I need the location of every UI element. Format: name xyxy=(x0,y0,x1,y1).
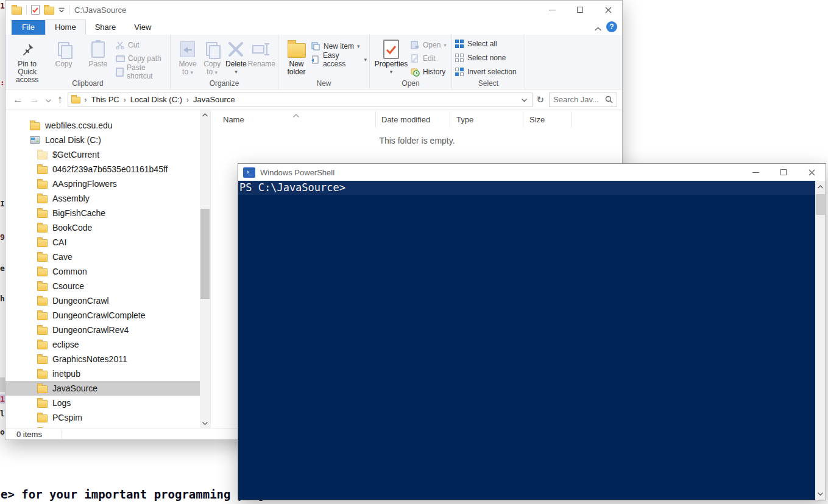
dropdown-caret-icon: ▾ xyxy=(444,42,447,48)
select-all-icon xyxy=(455,39,464,49)
delete-x-icon xyxy=(228,38,244,60)
breadcrumb-this-pc[interactable]: This PC xyxy=(91,95,119,104)
column-header-size[interactable]: Size xyxy=(523,111,571,127)
refresh-button[interactable]: ↻ xyxy=(536,94,544,105)
tree-item-bookcode[interactable]: BookCode xyxy=(5,220,210,235)
properties-button[interactable]: Properties ▾ xyxy=(372,37,410,76)
column-header-name[interactable]: Name xyxy=(211,111,376,127)
tab-home[interactable]: Home xyxy=(45,19,86,35)
up-button[interactable]: ↑ xyxy=(57,94,63,106)
quick-access-customize-icon[interactable] xyxy=(58,4,65,15)
tree-item-bigfishcache[interactable]: BigFishCache xyxy=(5,206,210,220)
paste-shortcut-button[interactable]: Paste shortcut xyxy=(115,66,168,77)
copy-to-button[interactable]: Copy to ▾ xyxy=(200,37,224,77)
tree-item-pcspim[interactable]: PCspim xyxy=(5,410,210,425)
quick-access-newfolder-icon[interactable] xyxy=(44,7,54,15)
powershell-titlebar[interactable]: ›_ Windows PowerShell xyxy=(238,164,826,181)
paste-button[interactable]: Paste xyxy=(81,37,115,68)
move-to-button[interactable]: Move to ▾ xyxy=(175,37,200,77)
tree-item-common[interactable]: Common xyxy=(5,264,210,279)
history-button[interactable]: History xyxy=(410,66,447,77)
tab-file[interactable]: File xyxy=(12,20,45,35)
delete-button[interactable]: Delete ▾ xyxy=(224,37,247,76)
group-label-open: Open xyxy=(370,79,451,88)
address-bar[interactable]: › This PC › Local Disk (C:) › JavaSource xyxy=(68,93,533,107)
breadcrumb-separator-icon: › xyxy=(124,96,126,104)
scroll-down-icon[interactable] xyxy=(815,489,826,499)
help-button[interactable]: ? xyxy=(606,21,617,32)
tree-item-aaspringflowers[interactable]: AAspringFlowers xyxy=(5,177,210,191)
tree-item-csource[interactable]: Csource xyxy=(5,279,210,293)
tree-item-cave[interactable]: Cave xyxy=(5,250,210,264)
explorer-titlebar[interactable]: C:\JavaSource xyxy=(5,1,622,19)
tree-item-cai[interactable]: CAI xyxy=(5,235,210,250)
open-button[interactable]: Open ▾ xyxy=(410,40,447,51)
pushpin-icon xyxy=(20,38,35,60)
edit-button[interactable]: Edit xyxy=(410,53,447,64)
tree-item-logs[interactable]: Logs xyxy=(5,396,210,410)
tree-item-0462[interactable]: 0462f239a7b6535e01161b45ff xyxy=(5,162,210,177)
folder-icon xyxy=(37,239,48,247)
maximize-icon xyxy=(577,7,583,13)
search-box[interactable]: Search Jav... xyxy=(549,93,617,107)
quick-access-properties-icon[interactable] xyxy=(31,5,40,15)
rename-icon xyxy=(252,38,271,60)
tab-view[interactable]: View xyxy=(125,20,160,35)
breadcrumb-javasource[interactable]: JavaSource xyxy=(193,95,235,104)
separator xyxy=(69,5,69,15)
tree-item-webfiles[interactable]: webfiles.ccsu.edu xyxy=(5,118,210,133)
scroll-down-icon[interactable] xyxy=(200,419,210,428)
pin-to-quick-access-button[interactable]: Pin to Quick access xyxy=(8,37,46,84)
new-folder-button[interactable]: New folder xyxy=(282,37,311,76)
tree-item-dungeoncrawl[interactable]: DungeonCrawl xyxy=(5,293,210,308)
select-all-button[interactable]: Select all xyxy=(455,38,517,49)
back-button[interactable]: ← xyxy=(13,94,23,106)
tree-item-graphicsnotes2011[interactable]: GraphicsNotes2011 xyxy=(5,352,210,366)
folder-icon xyxy=(37,298,48,306)
maximize-button[interactable] xyxy=(566,1,594,19)
tree-scrollbar-thumb[interactable] xyxy=(200,209,210,299)
tree-item-dungeoncrawlcomplete[interactable]: DungeonCrawlComplete xyxy=(5,308,210,323)
tree-item-local-disk[interactable]: Local Disk (C:) xyxy=(5,133,210,147)
invert-selection-button[interactable]: Invert selection xyxy=(455,66,517,77)
tab-share[interactable]: Share xyxy=(86,20,126,35)
folder-icon xyxy=(37,371,48,379)
navigation-bar: ← → ↑ › This PC › Local Disk (C:) › Java… xyxy=(5,89,622,110)
close-button[interactable] xyxy=(594,1,622,19)
copy-button[interactable]: Copy xyxy=(46,37,80,68)
scroll-up-icon[interactable] xyxy=(200,110,210,119)
recent-locations-button[interactable] xyxy=(46,94,51,105)
copy-path-button[interactable]: Copy path xyxy=(115,53,168,64)
select-none-button[interactable]: Select none xyxy=(455,52,517,63)
open-icon xyxy=(410,40,420,50)
cut-button[interactable]: Cut xyxy=(115,40,168,51)
group-label-select: Select xyxy=(452,79,525,88)
close-button[interactable] xyxy=(798,164,826,181)
forward-button[interactable]: → xyxy=(29,94,40,106)
console-scrollbar[interactable] xyxy=(815,181,826,500)
powershell-console[interactable]: PS C:\JavaSource> xyxy=(238,181,826,500)
tree-scrollbar[interactable] xyxy=(200,110,210,428)
ribbon-group-open: Properties ▾ Open ▾ E xyxy=(369,35,451,89)
minimize-button[interactable] xyxy=(741,164,770,181)
tree-item-dungeoncrawlrev4[interactable]: DungeonCrawlRev4 xyxy=(5,323,210,337)
tree-item-inetpub[interactable]: inetpub xyxy=(5,366,210,381)
breadcrumb-local-disk[interactable]: Local Disk (C:) xyxy=(130,95,182,104)
address-dropdown-button[interactable] xyxy=(517,95,532,104)
minimize-button[interactable] xyxy=(538,1,566,19)
tree-item-assembly[interactable]: Assembly xyxy=(5,191,210,206)
maximize-button[interactable] xyxy=(770,164,798,181)
column-header-date-modified[interactable]: Date modified xyxy=(376,111,450,127)
easy-access-button[interactable]: Easy access ▾ xyxy=(311,54,367,65)
rename-button[interactable]: Rename xyxy=(248,37,275,68)
folder-icon xyxy=(37,400,48,408)
scissors-icon xyxy=(115,40,125,50)
tree-item-eclipse[interactable]: eclipse xyxy=(5,337,210,352)
tree-item-getcurrent[interactable]: $GetCurrent xyxy=(5,147,210,162)
column-header-type[interactable]: Type xyxy=(450,111,523,127)
scroll-up-icon[interactable] xyxy=(815,182,826,191)
tree-item-javasource-selected[interactable]: JavaSource xyxy=(5,381,210,396)
minimize-ribbon-button[interactable] xyxy=(595,23,601,33)
console-scrollbar-thumb[interactable] xyxy=(816,194,825,215)
new-item-button[interactable]: New item ▾ xyxy=(311,41,367,52)
